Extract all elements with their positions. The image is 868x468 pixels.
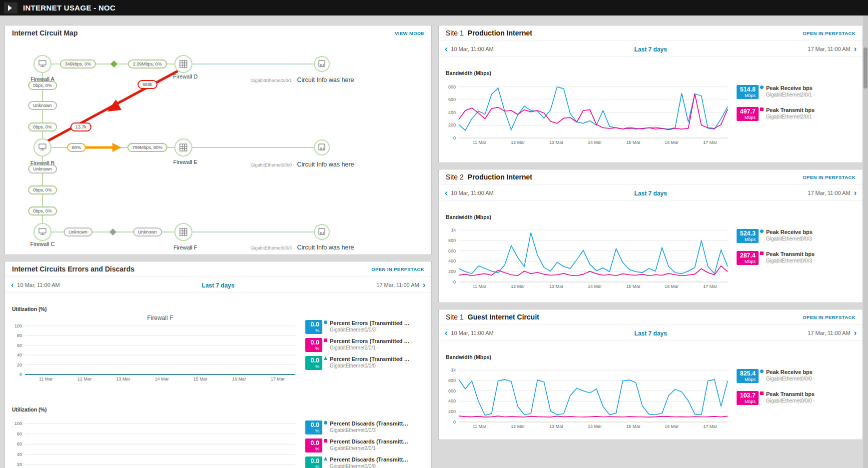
unknown-pill[interactable]: Unknown	[28, 164, 57, 174]
peak-receive-badge: 524.3Mbps	[737, 229, 759, 243]
legend-item: 0.0% Percent Discards (Transmitt…Gigabit…	[305, 438, 427, 452]
firewall-d-node[interactable]	[175, 56, 192, 72]
page-title: INTERNET USAGE - NOC	[23, 4, 115, 12]
svg-text:0: 0	[453, 420, 456, 424]
prev-arrow-icon[interactable]: ‹	[445, 189, 447, 197]
prev-arrow-icon[interactable]: ‹	[445, 45, 447, 53]
firewall-a-node[interactable]	[34, 56, 51, 72]
discards-chart: 10080604020011 Mar12 Mar13 Mar14 Mar15 M…	[8, 414, 301, 468]
svg-text:40: 40	[17, 452, 22, 457]
view-mode-link[interactable]: VIEW MODE	[395, 30, 424, 36]
errors-chart: 10080604020011 Mar12 Mar13 Mar14 Mar15 M…	[8, 313, 301, 382]
bandwidth-pill[interactable]: 799Mbps, 80%	[127, 143, 167, 152]
open-in-perfstack-link[interactable]: OPEN IN PERFSTACK	[803, 30, 856, 36]
port-icon-top[interactable]	[314, 56, 329, 72]
timeframe-label[interactable]: Last 7 days	[634, 190, 667, 197]
open-in-perfstack-link[interactable]: OPEN IN PERFSTACK	[803, 174, 856, 180]
svg-text:14 Mar: 14 Mar	[588, 284, 602, 289]
interface-label: GigabitEthernet0/0/0 ·	[251, 162, 295, 168]
firewall-b-node[interactable]	[34, 139, 51, 156]
next-arrow-icon[interactable]: ›	[854, 45, 857, 53]
alert-pill[interactable]: 13.7k	[70, 122, 91, 132]
svg-text:12 Mar: 12 Mar	[511, 140, 525, 145]
svg-text:800: 800	[448, 378, 456, 383]
unknown-pill[interactable]: Unknown	[133, 228, 162, 236]
bandwidth-chart: 1k800600400200011 Mar12 Mar13 Mar14 Mar1…	[442, 361, 734, 430]
bandwidth-pill[interactable]: 0bps, 0%	[28, 206, 57, 216]
svg-text:100: 100	[14, 324, 22, 328]
page-scrollbar[interactable]	[863, 16, 868, 468]
next-arrow-icon[interactable]: ›	[423, 281, 425, 289]
warning-arrow-icon	[112, 143, 121, 152]
svg-text:80: 80	[17, 333, 22, 338]
bandwidth-chart: 800600400200011 Mar12 Mar13 Mar14 Mar15 …	[442, 77, 734, 146]
bandwidth-pill[interactable]: 2.09Mbps, 0%	[128, 60, 167, 68]
svg-text:14 Mar: 14 Mar	[155, 376, 169, 382]
svg-text:17 Mar: 17 Mar	[703, 284, 717, 289]
svg-text:12 Mar: 12 Mar	[77, 376, 91, 382]
svg-text:1k: 1k	[451, 228, 456, 232]
open-in-perfstack-link[interactable]: OPEN IN PERFSTACK	[803, 314, 856, 320]
panel-internet-circuit-map: Internet Circuit Map VIEW MODE	[4, 25, 432, 255]
svg-text:16 Mar: 16 Mar	[232, 376, 246, 382]
port-icon-bottom[interactable]	[314, 224, 329, 240]
svg-text:200: 200	[448, 409, 456, 414]
svg-text:13 Mar: 13 Mar	[549, 140, 563, 145]
next-arrow-icon[interactable]: ›	[854, 329, 857, 337]
open-in-perfstack-link[interactable]: OPEN IN PERFSTACK	[371, 266, 424, 272]
value-badge: 0.0%	[305, 320, 322, 334]
svg-text:11 Mar: 11 Mar	[473, 424, 486, 429]
next-arrow-icon[interactable]: ›	[854, 189, 857, 197]
svg-text:17 Mar: 17 Mar	[271, 376, 285, 382]
svg-text:15 Mar: 15 Mar	[626, 284, 640, 289]
unknown-pill[interactable]: Unknown	[28, 101, 57, 110]
range-end-label: 17 Mar, 11:00 AM	[808, 330, 850, 336]
peak-transmit-badge: 497.7Mbps	[737, 107, 759, 121]
port-icon-middle[interactable]	[314, 140, 329, 155]
legend-item: 497.7Mbps Peak Transmit bpsGigabitEthern…	[737, 107, 859, 121]
prev-arrow-icon[interactable]: ‹	[11, 281, 13, 289]
node-label-firewall-e: Firewall E	[173, 159, 197, 165]
svg-text:13 Mar: 13 Mar	[549, 424, 563, 429]
value-badge: 0.0%	[305, 438, 322, 452]
svg-text:11 Mar: 11 Mar	[473, 284, 486, 289]
node-label-firewall-d: Firewall D	[173, 74, 198, 80]
svg-text:13 Mar: 13 Mar	[549, 284, 563, 289]
bandwidth-pill[interactable]: 0bps, 0%	[28, 186, 57, 194]
svg-text:800: 800	[448, 238, 456, 243]
series-marker-icon	[760, 230, 764, 233]
timeframe-label[interactable]: Last 7 days	[634, 330, 667, 337]
bandwidth-pill[interactable]: 0bps, 0%	[28, 81, 57, 90]
prev-arrow-icon[interactable]: ‹	[445, 329, 447, 337]
series-marker-icon	[324, 439, 327, 442]
firewall-c-node[interactable]	[34, 224, 51, 240]
range-end-label: 17 Mar, 11:00 AM	[376, 282, 419, 288]
firewall-f-node[interactable]	[175, 224, 192, 240]
interface-label: GigabitEthernet2/0/1 ·	[251, 78, 295, 83]
scrollbar-thumb[interactable]	[864, 48, 868, 88]
svg-text:15 Mar: 15 Mar	[626, 424, 640, 429]
bandwidth-pill[interactable]: 349kbps, 0%	[60, 60, 96, 68]
site-label: Site 2	[446, 173, 464, 181]
errors-panel-title: Internet Circuits Errors and Discards	[12, 265, 134, 273]
svg-text:200: 200	[448, 269, 456, 274]
svg-text:40: 40	[17, 352, 22, 358]
timeframe-label[interactable]: Last 7 days	[634, 46, 667, 53]
panel-site1-guest-internet: Site 1Guest Internet Circuit OPEN IN PER…	[438, 309, 863, 440]
legend-item: 287.4Mbps Peak Transmit bpsGigabitEthern…	[737, 251, 859, 265]
bandwidth-pill[interactable]: 0bps, 0%	[28, 122, 57, 132]
app-header: INTERNET USAGE - NOC	[0, 0, 868, 16]
legend-item: 103.7Mbps Peak Transmit bpsGigabitEthern…	[737, 391, 859, 405]
alert-pill[interactable]: 688k	[137, 80, 157, 89]
firewall-e-node[interactable]	[175, 139, 192, 156]
y-axis-title: Utilization (%)	[12, 406, 431, 412]
series-marker-icon	[760, 86, 764, 89]
svg-text:200: 200	[448, 122, 456, 128]
svg-text:16 Mar: 16 Mar	[665, 140, 679, 145]
svg-text:11 Mar: 11 Mar	[39, 376, 52, 382]
timeframe-label[interactable]: Last 7 days	[202, 282, 234, 289]
warning-pill[interactable]: 80%	[67, 143, 86, 152]
circuit-map-title: Internet Circuit Map	[12, 29, 77, 37]
unknown-pill[interactable]: Unknown	[63, 228, 92, 236]
svg-text:400: 400	[448, 258, 456, 264]
